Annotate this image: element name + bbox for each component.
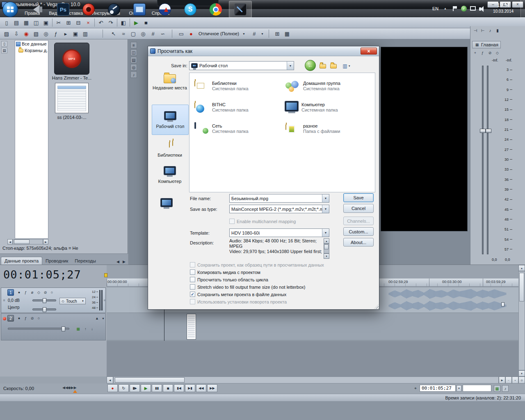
play-button[interactable]: ▶: [141, 384, 151, 392]
snapping-icon[interactable]: #: [148, 29, 158, 38]
track-header-1[interactable]: ≡ 1 ● ƒ ø ◇ ⊘ ○ 0,0 dB Центр ◇ Touch ▼ 1…: [1, 288, 106, 313]
slider-thumb[interactable]: [43, 298, 46, 303]
sidebar-item-computer[interactable]: Компьютер: [151, 166, 188, 184]
file-item-homegroup[interactable]: Домашняя группаСистемная папка: [285, 77, 373, 95]
stop-icon[interactable]: ■: [141, 18, 151, 27]
next-frame-button[interactable]: ▶▶: [207, 384, 217, 392]
start-button[interactable]: [2, 2, 18, 17]
network-icon[interactable]: [470, 6, 476, 11]
auto-preview-icon[interactable]: ▸: [61, 29, 71, 38]
show-hidden-icons[interactable]: ▲: [444, 7, 447, 10]
rate-marker-icon[interactable]: [73, 390, 77, 393]
save-as-type-dropdown[interactable]: MainConcept MPEG-2 (*.mpg;*.m2v;*.m2t;*.…: [229, 205, 329, 213]
media-properties-icon[interactable]: ▣: [71, 29, 80, 38]
track-level-slider[interactable]: [8, 328, 69, 330]
rate-slider[interactable]: ◀◀◆▶▶: [62, 386, 77, 390]
play-icon[interactable]: ▶: [131, 18, 141, 27]
save-snapshot-icon[interactable]: ▦: [282, 29, 292, 38]
fx-icon[interactable]: ƒ: [479, 50, 486, 56]
preview-quality-dropdown[interactable]: Отличное (Полное) ▼: [196, 31, 249, 37]
multichannel-checkbox[interactable]: Enable multichannel mapping: [229, 219, 296, 224]
audio-waveform[interactable]: [389, 300, 506, 311]
fader-handle-right[interactable]: [486, 129, 491, 133]
normal-edit-tool-icon[interactable]: ↖: [109, 29, 119, 38]
sidebar-item-libraries[interactable]: Библиотеки: [151, 140, 188, 158]
delete-icon[interactable]: ×: [83, 18, 93, 27]
play-from-start-button[interactable]: ▮▶: [130, 384, 140, 392]
dock-tab-icon[interactable]: ▤: [130, 57, 137, 63]
scroll-right-icon[interactable]: ▶: [43, 239, 48, 244]
new-project-icon[interactable]: ▯: [2, 18, 11, 27]
go-to-end-button[interactable]: ▶▮: [185, 384, 195, 392]
track-volume-label[interactable]: 0,0 dB: [8, 298, 20, 303]
timeline-vscrollbar[interactable]: ▲ ▼: [518, 265, 525, 377]
selection-edit-tool-icon[interactable]: ▢: [128, 29, 138, 38]
taskbar-item-media-app[interactable]: [77, 1, 100, 18]
dialog-title-bar[interactable]: Просчитать как ×: [148, 46, 379, 56]
capture-video-icon[interactable]: ◉: [21, 29, 31, 38]
option-stretch-video[interactable]: Stretch video to fill output frame size …: [190, 284, 306, 290]
open-in-trimmer-icon[interactable]: ◧: [119, 18, 128, 27]
dock-tab-icon[interactable]: ≡: [130, 42, 137, 48]
paste-icon[interactable]: ⊟: [73, 18, 83, 27]
get-photo-icon[interactable]: ▧: [31, 29, 41, 38]
new-folder-button[interactable]: +: [329, 62, 338, 71]
envelope-edit-tool-icon[interactable]: ≈: [119, 29, 128, 38]
solo-icon[interactable]: ○: [36, 315, 42, 321]
timeline-event-clip[interactable]: [187, 314, 196, 340]
media-fx-icon[interactable]: ƒ: [51, 29, 61, 38]
record-arm-icon[interactable]: ●: [16, 315, 22, 321]
dropdown-button[interactable]: [322, 194, 329, 202]
channels-button[interactable]: Channels...: [343, 217, 374, 225]
scroll-right-icon[interactable]: ▶: [499, 377, 505, 383]
action-center-flag-icon[interactable]: [453, 6, 457, 11]
video-preview-monitor-icon[interactable]: ▭: [176, 29, 186, 38]
taskbar-item-daemon-tools[interactable]: [153, 1, 176, 18]
back-button[interactable]: ←: [305, 60, 316, 71]
tabs-scroll-left-icon[interactable]: ◀: [115, 259, 121, 265]
scrollbar-thumb[interactable]: [14, 240, 30, 244]
stop-button[interactable]: ■: [163, 384, 173, 392]
dock-tab-icon[interactable]: ◫: [130, 49, 137, 56]
fader-handle-left[interactable]: [480, 129, 486, 133]
sidebar-item-recent-places[interactable]: Недавние места: [151, 74, 188, 90]
save-button[interactable]: Save: [343, 193, 374, 202]
new-bin-icon[interactable]: ▨: [2, 29, 11, 38]
show-desktop-button[interactable]: [520, 0, 525, 19]
chevron-down-icon[interactable]: ▼: [457, 385, 461, 392]
file-item-libraries[interactable]: БиблиотекиСистемная папка: [194, 77, 282, 95]
taskbar-item-skype[interactable]: S: [179, 1, 202, 18]
zoom-edit-tool-icon[interactable]: ◎: [138, 29, 148, 38]
media-tree-scrollbar[interactable]: ◀ ▶: [7, 239, 48, 244]
taskbar-item-audio-app[interactable]: [26, 1, 49, 18]
dropdown-button[interactable]: [287, 62, 294, 70]
import-media-icon[interactable]: ⇩: [11, 29, 21, 38]
compositing-mode-icon[interactable]: ▦: [75, 326, 81, 332]
slider-thumb[interactable]: [43, 307, 46, 312]
insert-fx-icon[interactable]: ⊢: [479, 27, 486, 34]
project-properties-icon[interactable]: ▣: [41, 18, 51, 27]
custom-button[interactable]: Custom...: [343, 227, 374, 236]
mute-icon[interactable]: ⊘: [42, 290, 48, 295]
marker-pin-icon[interactable]: ⌖: [412, 385, 419, 392]
dropdown-button[interactable]: [322, 229, 329, 237]
copy-snapshot-icon[interactable]: ⊞: [272, 29, 282, 38]
taskbar-item-explorer-app[interactable]: [128, 1, 151, 18]
media-item-label[interactable]: Hans Zimmer - Te...: [39, 75, 104, 80]
zoom-tool-icon[interactable]: ◎: [518, 377, 525, 383]
file-item-network[interactable]: СетьСистемная папка: [194, 120, 282, 138]
pause-button[interactable]: ▮▮: [152, 384, 162, 392]
phase-icon[interactable]: ø: [29, 290, 35, 295]
dock-tab-icon[interactable]: ♪: [130, 71, 137, 78]
tree-item-all-media[interactable]: Все данные: [15, 41, 48, 47]
record-arm-icon[interactable]: ●: [16, 290, 22, 295]
tab-explorer[interactable]: Проводник: [42, 257, 71, 265]
security-check-icon[interactable]: ✓: [461, 6, 467, 11]
selection-length-field[interactable]: [463, 385, 491, 392]
copy-icon[interactable]: ⊞: [64, 18, 73, 27]
taskbar-item-steam[interactable]: [103, 1, 126, 18]
volume-slider[interactable]: [32, 299, 56, 301]
tab-transitions[interactable]: Переходы: [71, 257, 99, 265]
media-thumbnail-image[interactable]: [55, 83, 89, 113]
extract-audio-icon[interactable]: ◎: [41, 29, 51, 38]
